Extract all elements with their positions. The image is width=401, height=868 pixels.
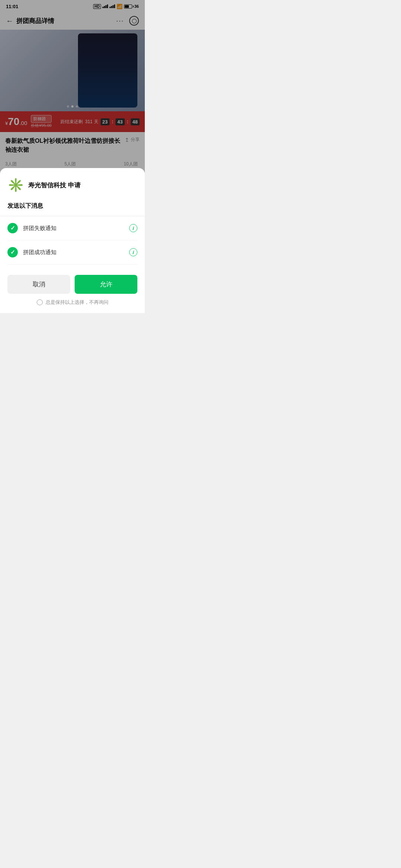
always-allow-radio[interactable] xyxy=(37,299,43,305)
check-icon-2: ✓ xyxy=(10,249,15,256)
permission-left-1: ✓ 拼团失败通知 xyxy=(7,223,56,233)
permission-label-1: 拼团失败通知 xyxy=(23,225,56,232)
buttons-row: 取消 允许 xyxy=(7,275,137,294)
permission-label-2: 拼团成功通知 xyxy=(23,249,56,256)
info-icon-2[interactable]: i xyxy=(129,248,137,256)
permission-item-2: ✓ 拼团成功通知 i xyxy=(7,240,137,264)
allow-button[interactable]: 允许 xyxy=(75,275,137,294)
always-allow-label: 总是保持以上选择，不再询问 xyxy=(46,299,108,306)
sheet-header: ✳️ 寿光智信科技 申请 xyxy=(7,177,137,193)
permission-item-1: ✓ 拼团失败通知 i xyxy=(7,216,137,240)
sheet-subtitle: 发送以下消息 xyxy=(7,202,137,210)
modal-overlay: ✳️ 寿光智信科技 申请 发送以下消息 ✓ 拼团失败通知 i ✓ 拼团成功通知 xyxy=(0,0,145,313)
always-allow-row[interactable]: 总是保持以上选择，不再询问 xyxy=(7,299,137,306)
app-icon-symbol: ✳️ xyxy=(7,177,24,193)
cancel-button[interactable]: 取消 xyxy=(7,275,70,294)
info-icon-1[interactable]: i xyxy=(129,224,137,232)
permission-left-2: ✓ 拼团成功通知 xyxy=(7,247,56,257)
check-circle-2[interactable]: ✓ xyxy=(7,247,18,257)
bottom-sheet: ✳️ 寿光智信科技 申请 发送以下消息 ✓ 拼团失败通知 i ✓ 拼团成功通知 xyxy=(0,168,145,313)
check-icon-1: ✓ xyxy=(10,225,15,231)
check-circle-1[interactable]: ✓ xyxy=(7,223,18,233)
sheet-title: 寿光智信科技 申请 xyxy=(28,181,81,190)
app-icon: ✳️ xyxy=(7,177,24,193)
